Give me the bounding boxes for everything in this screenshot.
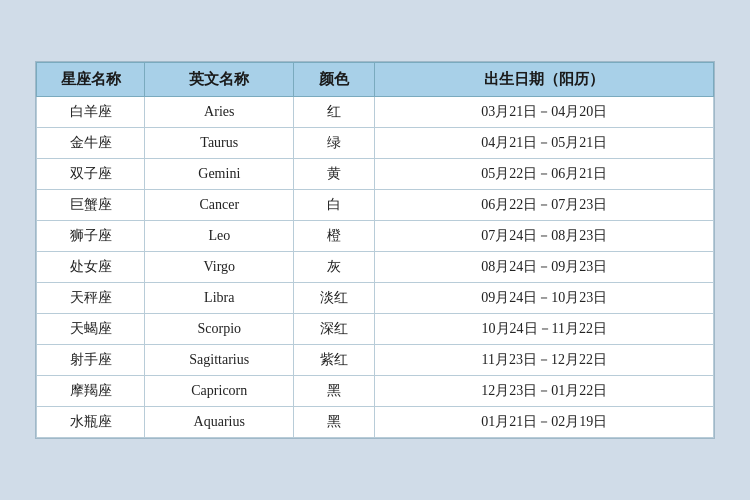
cell-en-name: Leo bbox=[145, 221, 294, 252]
cell-color: 红 bbox=[294, 97, 375, 128]
table-row: 双子座Gemini黄05月22日－06月21日 bbox=[37, 159, 714, 190]
table-row: 摩羯座Capricorn黑12月23日－01月22日 bbox=[37, 376, 714, 407]
header-zh-name: 星座名称 bbox=[37, 63, 145, 97]
cell-zh-name: 天秤座 bbox=[37, 283, 145, 314]
cell-zh-name: 水瓶座 bbox=[37, 407, 145, 438]
zodiac-table: 星座名称 英文名称 颜色 出生日期（阳历） 白羊座Aries红03月21日－04… bbox=[36, 62, 714, 438]
cell-color: 橙 bbox=[294, 221, 375, 252]
cell-zh-name: 巨蟹座 bbox=[37, 190, 145, 221]
cell-color: 绿 bbox=[294, 128, 375, 159]
cell-date: 01月21日－02月19日 bbox=[375, 407, 714, 438]
cell-color: 灰 bbox=[294, 252, 375, 283]
table-header-row: 星座名称 英文名称 颜色 出生日期（阳历） bbox=[37, 63, 714, 97]
header-date: 出生日期（阳历） bbox=[375, 63, 714, 97]
table-row: 天秤座Libra淡红09月24日－10月23日 bbox=[37, 283, 714, 314]
cell-en-name: Cancer bbox=[145, 190, 294, 221]
table-row: 金牛座Taurus绿04月21日－05月21日 bbox=[37, 128, 714, 159]
header-color: 颜色 bbox=[294, 63, 375, 97]
cell-zh-name: 白羊座 bbox=[37, 97, 145, 128]
cell-en-name: Sagittarius bbox=[145, 345, 294, 376]
zodiac-table-container: 星座名称 英文名称 颜色 出生日期（阳历） 白羊座Aries红03月21日－04… bbox=[35, 61, 715, 439]
cell-en-name: Aquarius bbox=[145, 407, 294, 438]
cell-date: 03月21日－04月20日 bbox=[375, 97, 714, 128]
cell-en-name: Taurus bbox=[145, 128, 294, 159]
table-body: 白羊座Aries红03月21日－04月20日金牛座Taurus绿04月21日－0… bbox=[37, 97, 714, 438]
table-row: 天蝎座Scorpio深红10月24日－11月22日 bbox=[37, 314, 714, 345]
cell-zh-name: 射手座 bbox=[37, 345, 145, 376]
table-row: 水瓶座Aquarius黑01月21日－02月19日 bbox=[37, 407, 714, 438]
table-row: 白羊座Aries红03月21日－04月20日 bbox=[37, 97, 714, 128]
cell-color: 深红 bbox=[294, 314, 375, 345]
cell-date: 10月24日－11月22日 bbox=[375, 314, 714, 345]
table-row: 狮子座Leo橙07月24日－08月23日 bbox=[37, 221, 714, 252]
cell-en-name: Scorpio bbox=[145, 314, 294, 345]
cell-date: 12月23日－01月22日 bbox=[375, 376, 714, 407]
cell-zh-name: 双子座 bbox=[37, 159, 145, 190]
table-row: 处女座Virgo灰08月24日－09月23日 bbox=[37, 252, 714, 283]
cell-date: 11月23日－12月22日 bbox=[375, 345, 714, 376]
cell-date: 07月24日－08月23日 bbox=[375, 221, 714, 252]
cell-color: 黑 bbox=[294, 407, 375, 438]
cell-zh-name: 处女座 bbox=[37, 252, 145, 283]
cell-date: 06月22日－07月23日 bbox=[375, 190, 714, 221]
header-en-name: 英文名称 bbox=[145, 63, 294, 97]
cell-date: 09月24日－10月23日 bbox=[375, 283, 714, 314]
table-row: 射手座Sagittarius紫红11月23日－12月22日 bbox=[37, 345, 714, 376]
cell-date: 04月21日－05月21日 bbox=[375, 128, 714, 159]
cell-color: 紫红 bbox=[294, 345, 375, 376]
cell-date: 05月22日－06月21日 bbox=[375, 159, 714, 190]
cell-date: 08月24日－09月23日 bbox=[375, 252, 714, 283]
cell-en-name: Libra bbox=[145, 283, 294, 314]
cell-en-name: Virgo bbox=[145, 252, 294, 283]
cell-zh-name: 金牛座 bbox=[37, 128, 145, 159]
cell-zh-name: 狮子座 bbox=[37, 221, 145, 252]
cell-color: 淡红 bbox=[294, 283, 375, 314]
cell-zh-name: 天蝎座 bbox=[37, 314, 145, 345]
cell-en-name: Aries bbox=[145, 97, 294, 128]
cell-en-name: Gemini bbox=[145, 159, 294, 190]
table-row: 巨蟹座Cancer白06月22日－07月23日 bbox=[37, 190, 714, 221]
cell-color: 黑 bbox=[294, 376, 375, 407]
cell-color: 黄 bbox=[294, 159, 375, 190]
cell-en-name: Capricorn bbox=[145, 376, 294, 407]
cell-color: 白 bbox=[294, 190, 375, 221]
cell-zh-name: 摩羯座 bbox=[37, 376, 145, 407]
